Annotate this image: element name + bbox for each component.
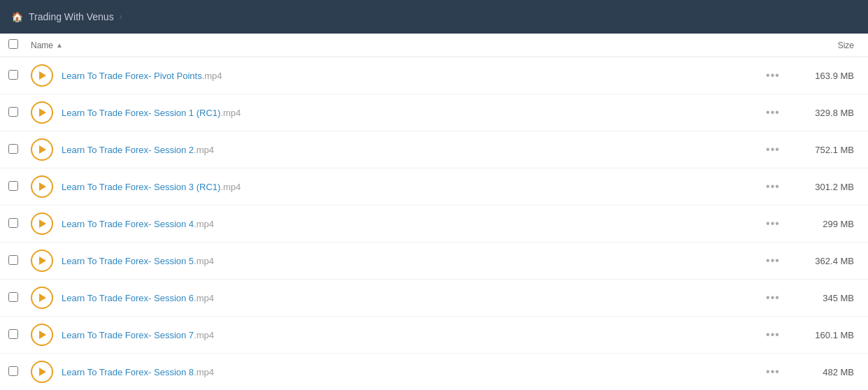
- play-triangle-icon: [39, 145, 46, 154]
- file-name-area: Learn To Trade Forex- Session 3 (RC1).mp…: [62, 182, 756, 192]
- header-checkbox-col: [8, 39, 31, 51]
- play-button-2[interactable]: [31, 101, 53, 124]
- file-size-7: 345 MB: [790, 293, 860, 303]
- play-triangle-icon: [39, 368, 46, 376]
- play-button-6[interactable]: [31, 250, 53, 272]
- more-options-icon-8[interactable]: •••: [766, 328, 780, 341]
- play-button-7[interactable]: [31, 287, 53, 309]
- file-name-link-2[interactable]: Learn To Trade Forex- Session 1 (RC1): [62, 108, 220, 118]
- file-size-9: 482 MB: [790, 367, 860, 377]
- table-row: Learn To Trade Forex- Session 4.mp4 ••• …: [0, 205, 868, 243]
- file-name-link-4[interactable]: Learn To Trade Forex- Session 3 (RC1): [62, 182, 220, 192]
- row-checkbox-1[interactable]: [8, 70, 18, 80]
- more-options-icon-2[interactable]: •••: [766, 106, 780, 119]
- file-name-link-1[interactable]: Learn To Trade Forex- Pivot Points: [62, 71, 202, 81]
- file-ext-5: .mp4: [194, 219, 214, 229]
- file-name-link-6[interactable]: Learn To Trade Forex- Session 5: [62, 256, 194, 266]
- play-button-5[interactable]: [31, 212, 53, 235]
- file-ext-2: .mp4: [220, 108, 241, 118]
- row-checkbox-col: [8, 181, 31, 193]
- table-row: Learn To Trade Forex- Pivot Points.mp4 •…: [0, 57, 868, 94]
- file-rows-container: Learn To Trade Forex- Pivot Points.mp4 •…: [0, 57, 868, 390]
- file-size-5: 299 MB: [790, 219, 860, 229]
- file-list-container: Name ▲ Size Learn To Trade Forex- Pivot …: [0, 34, 868, 390]
- row-checkbox-9[interactable]: [8, 366, 18, 376]
- file-size-2: 329.8 MB: [790, 108, 860, 118]
- column-header-row: Name ▲ Size: [0, 34, 868, 57]
- play-button-9[interactable]: [31, 361, 53, 383]
- file-size-1: 163.9 MB: [790, 71, 860, 81]
- home-icon[interactable]: 🏠: [11, 11, 23, 22]
- file-actions-9[interactable]: •••: [756, 366, 790, 378]
- name-column-header[interactable]: Name ▲: [31, 41, 790, 50]
- header-bar: 🏠 Trading With Venus ›: [0, 0, 868, 34]
- sort-arrow-icon: ▲: [56, 41, 63, 49]
- more-options-icon-4[interactable]: •••: [766, 180, 780, 193]
- play-button-3[interactable]: [31, 138, 53, 161]
- file-size-3: 752.1 MB: [790, 145, 860, 155]
- file-name-link-3[interactable]: Learn To Trade Forex- Session 2: [62, 145, 194, 155]
- file-actions-5[interactable]: •••: [756, 217, 790, 230]
- table-row: Learn To Trade Forex- Session 6.mp4 ••• …: [0, 280, 868, 317]
- more-options-icon-3[interactable]: •••: [766, 143, 780, 156]
- file-name-area: Learn To Trade Forex- Session 6.mp4: [62, 293, 756, 303]
- more-options-icon-5[interactable]: •••: [766, 217, 780, 230]
- file-actions-4[interactable]: •••: [756, 180, 790, 193]
- file-name-area: Learn To Trade Forex- Session 4.mp4: [62, 219, 756, 229]
- row-checkbox-4[interactable]: [8, 181, 18, 191]
- file-name-area: Learn To Trade Forex- Session 7.mp4: [62, 330, 756, 340]
- file-actions-6[interactable]: •••: [756, 254, 790, 267]
- row-checkbox-8[interactable]: [8, 329, 18, 339]
- file-name-area: Learn To Trade Forex- Pivot Points.mp4: [62, 71, 756, 81]
- file-actions-1[interactable]: •••: [756, 69, 790, 82]
- row-checkbox-3[interactable]: [8, 144, 18, 154]
- file-name-link-7[interactable]: Learn To Trade Forex- Session 6: [62, 293, 194, 303]
- play-button-8[interactable]: [31, 324, 53, 346]
- row-checkbox-col: [8, 329, 31, 341]
- file-name-area: Learn To Trade Forex- Session 5.mp4: [62, 256, 756, 266]
- play-triangle-icon: [39, 331, 46, 339]
- row-checkbox-6[interactable]: [8, 255, 18, 265]
- file-name-link-9[interactable]: Learn To Trade Forex- Session 8: [62, 367, 194, 377]
- row-checkbox-col: [8, 144, 31, 156]
- table-row: Learn To Trade Forex- Session 3 (RC1).mp…: [0, 168, 868, 205]
- row-checkbox-col: [8, 292, 31, 304]
- breadcrumb-chevron: ›: [120, 12, 122, 22]
- table-row: Learn To Trade Forex- Session 8.mp4 ••• …: [0, 354, 868, 390]
- more-options-icon-9[interactable]: •••: [766, 366, 780, 378]
- file-size-6: 362.4 MB: [790, 256, 860, 266]
- more-options-icon-6[interactable]: •••: [766, 254, 780, 267]
- file-name-area: Learn To Trade Forex- Session 2.mp4: [62, 145, 756, 155]
- play-triangle-icon: [39, 219, 46, 228]
- play-button-1[interactable]: [31, 64, 53, 87]
- table-row: Learn To Trade Forex- Session 5.mp4 ••• …: [0, 243, 868, 280]
- row-checkbox-5[interactable]: [8, 218, 18, 228]
- file-ext-6: .mp4: [194, 256, 214, 266]
- select-all-checkbox[interactable]: [8, 39, 18, 49]
- size-column-header[interactable]: Size: [790, 41, 860, 50]
- file-ext-3: .mp4: [194, 145, 214, 155]
- play-triangle-icon: [39, 294, 46, 302]
- play-triangle-icon: [39, 71, 46, 80]
- more-options-icon-1[interactable]: •••: [766, 69, 780, 82]
- file-actions-7[interactable]: •••: [756, 291, 790, 304]
- play-triangle-icon: [39, 182, 46, 191]
- file-actions-8[interactable]: •••: [756, 328, 790, 341]
- file-name-area: Learn To Trade Forex- Session 1 (RC1).mp…: [62, 108, 756, 118]
- file-ext-9: .mp4: [194, 367, 214, 377]
- play-button-4[interactable]: [31, 175, 53, 198]
- file-name-link-5[interactable]: Learn To Trade Forex- Session 4: [62, 219, 194, 229]
- file-ext-7: .mp4: [194, 293, 214, 303]
- row-checkbox-col: [8, 107, 31, 119]
- file-name-link-8[interactable]: Learn To Trade Forex- Session 7: [62, 330, 194, 340]
- row-checkbox-2[interactable]: [8, 107, 18, 117]
- row-checkbox-col: [8, 218, 31, 230]
- row-checkbox-7[interactable]: [8, 292, 18, 302]
- more-options-icon-7[interactable]: •••: [766, 291, 780, 304]
- file-size-8: 160.1 MB: [790, 330, 860, 340]
- table-row: Learn To Trade Forex- Session 7.mp4 ••• …: [0, 317, 868, 354]
- breadcrumb-title[interactable]: Trading With Venus: [29, 11, 114, 22]
- file-actions-3[interactable]: •••: [756, 143, 790, 156]
- file-ext-8: .mp4: [194, 330, 214, 340]
- file-actions-2[interactable]: •••: [756, 106, 790, 119]
